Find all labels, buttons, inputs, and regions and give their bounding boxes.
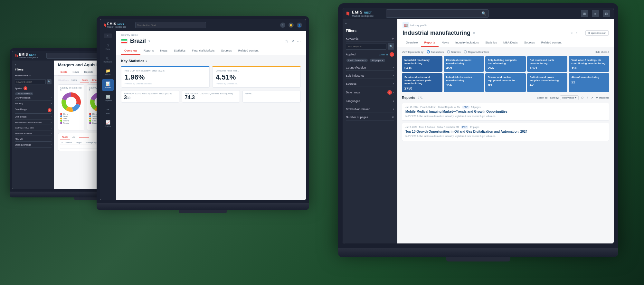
more-icon[interactable]: ⋯ [297,39,301,43]
nav-statistics-main[interactable]: Statistics [482,39,500,47]
star-icon[interactable]: ☆ [285,39,289,43]
subsector-card-8[interactable]: Batteries and power supplies manufacturi… [527,73,568,92]
tab-deals[interactable]: Deals [58,69,70,75]
nav-sources[interactable]: Sources [218,47,235,55]
keyword-search-main[interactable]: 🔍 [388,43,394,50]
main-search-wrap[interactable]: 🔍 [386,9,489,18]
tag-months[interactable]: Last 12 months × [346,59,368,62]
nav-reports-main[interactable]: Reports [421,39,439,47]
country-label-main[interactable]: Country/Region › [346,64,394,71]
sidebar-item-dashboards[interactable]: ⊞ Dashboards [102,53,114,65]
subsector-card-6[interactable]: Industrial electronics manufacturing 156 [444,73,484,92]
report-title-0[interactable]: Mobile Medical Imaging Market—Trends and… [405,110,606,113]
date-range-label[interactable]: Date Range 1 [15,107,52,114]
report-title-1[interactable]: Top 10 Growth Opportunities in Oil and G… [405,130,606,133]
sidebar-item-companies[interactable]: 🏢 Companies [102,92,114,104]
nav-ma[interactable]: M&A Deals [500,39,521,47]
filter-expand-main[interactable]: » [343,19,397,27]
tab-news[interactable]: News [70,69,81,75]
filter-tag-months[interactable]: Last 12 months × [15,92,33,95]
deal-type-label[interactable]: Deal Type: M&A, ECM › [15,126,52,130]
nav-statistics[interactable]: Statistics [171,47,189,55]
hide-chart-btn[interactable]: Hide chart ∧ [595,51,609,53]
sidebar-item-charting[interactable]: 📈 Charting [102,118,114,129]
folders-label: Folders [105,74,111,76]
table-btn-table[interactable]: Table [60,135,70,139]
dropdown-icon[interactable]: ▾ [148,39,150,43]
radio-regions[interactable]: Regions/Countries [464,50,489,53]
sub-industries-label[interactable]: Sub-industries › [346,72,394,79]
subsector-card-3[interactable]: Rail stock and parts manufacturing 1821 [527,56,568,72]
deal-details-label[interactable]: Deal details › [15,114,52,119]
keyword-input-main[interactable] [346,43,386,50]
date-range-label-main[interactable]: Date range 1 › [346,88,394,96]
share-icon-main[interactable]: ↗ [575,32,578,34]
pages-label[interactable]: Number of pages ∨ [346,114,394,120]
tag-pages[interactable]: All pages × [370,59,385,62]
subsector-card-5[interactable]: Semiconductors and semiconductors parts … [402,73,442,92]
tab-reports[interactable]: Reports [81,69,96,75]
nav-financial[interactable]: Financial Markets [189,47,218,55]
radio-subsectors[interactable]: Subsectors [427,50,444,53]
table-btn-list[interactable]: List [70,135,77,139]
filter-expand-btn[interactable]: » [12,62,54,67]
industry-dropdown-icon[interactable]: ▾ [473,31,475,35]
sidebar-item-home[interactable]: ⌂ Home [102,41,114,52]
grid-view-btn[interactable]: ⊞ [581,10,588,17]
subsector-card-2[interactable]: Ship building and parts manufacturing 26… [485,56,526,72]
industry-label[interactable]: Industry › [15,101,52,106]
subsector-card-7[interactable]: Sensor and control equipment manufactur.… [485,73,526,92]
nav-sources-main[interactable]: Sources [521,39,538,47]
subsector-card-9[interactable]: Aircraft manufacturing 22 [569,73,609,92]
sidebar-item-ma[interactable]: ↔ M&A [102,105,114,117]
stock-exchange-label[interactable]: Stock Exchange › [15,142,52,147]
nav-news-main[interactable]: News [439,39,452,47]
keyword-input[interactable] [15,79,46,84]
sidebar-expand-btn[interactable]: » [104,33,112,38]
nav-overview-main[interactable]: Overview [402,39,421,47]
search-mid[interactable] [135,22,206,28]
sidebar-item-markets[interactable]: 📊 Markets [102,79,114,91]
sub-tab-cards[interactable]: Cards [80,78,89,82]
user-icon[interactable]: 👤 [297,23,302,28]
share-icon[interactable]: ↗ [291,39,294,43]
nav-related-main[interactable]: Related content [538,39,565,47]
header-search-small[interactable] [46,53,104,59]
translate-btn[interactable]: ⇌ Translate [596,96,609,99]
country-region-label[interactable]: Country/Region › [15,95,52,100]
save-icon-reports[interactable]: ⬡ [581,96,583,99]
keyword-search-btn[interactable]: 🔍 [47,79,52,84]
list-view-btn[interactable]: ≡ [592,10,599,17]
nav-news[interactable]: News [157,47,171,55]
search-input-small[interactable] [46,53,104,59]
star-icon-main[interactable]: ☆ [571,32,573,34]
more-icon-main[interactable]: ⋯ [580,32,583,34]
nav-indicators[interactable]: Industry indicators [452,39,482,47]
help-icon[interactable]: ? [280,23,285,28]
subsector-card-0[interactable]: Industrial machinery manufacturing 6416 [402,56,442,72]
relevance-pill[interactable]: Relevance ▾ [560,95,579,100]
search-input-mid[interactable] [135,22,206,28]
share-icon-reports[interactable]: ↗ [591,96,593,99]
clear-all-btn[interactable]: Clear all [379,53,388,56]
broker-label[interactable]: Broker/Non-broker › [346,106,394,112]
sources-label[interactable]: Sources › [346,80,394,87]
add-dashboard-btn[interactable]: ⊞ question-icon [585,30,609,36]
subsector-card-1[interactable]: Electrical equipment manufacturing 459 [444,56,484,72]
ma-attributes-label[interactable]: M&A Deal Attributes › [15,131,52,136]
subsector-card-4[interactable]: Ventilation / heating / air conditioning… [569,56,609,72]
pe-vc-label[interactable]: PE / VC › [15,137,52,142]
options-view-btn[interactable]: ⊡ [603,10,610,17]
nav-related[interactable]: Related content [235,47,262,55]
nav-overview[interactable]: Overview [121,47,140,55]
nav-reports[interactable]: Reports [140,47,157,55]
download-icon[interactable]: ⬇ [586,96,588,99]
select-all-btn[interactable]: Select all [537,96,547,99]
languages-label[interactable]: Languages › [346,98,394,104]
stat-sm-nominalgdp: Nominal GDP: USD mn: Quarterly: Brazil (… [182,90,240,103]
sidebar-item-folders[interactable]: 📁 Folders [102,66,114,78]
search-input-main[interactable] [386,9,489,18]
notification-icon[interactable]: 🔔 [289,23,294,28]
radio-sources[interactable]: Sources [447,50,460,53]
valuation-label[interactable]: Valuation Figures and Multiples › [15,120,52,125]
